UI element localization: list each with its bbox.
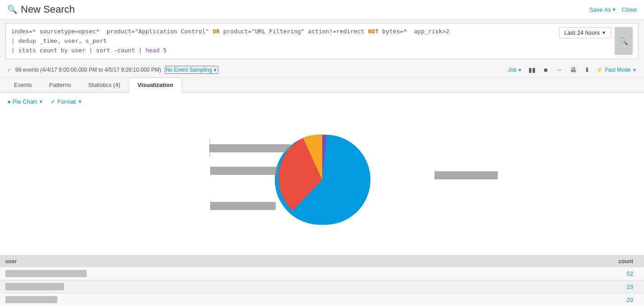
legend-bar-4 bbox=[210, 202, 276, 210]
user-bar-cell-3 bbox=[5, 296, 602, 303]
query-dedup-fields: _time, user, s_port bbox=[40, 37, 107, 44]
format-chevron-icon: ▼ bbox=[78, 99, 82, 104]
checkmark-icon: ✓ bbox=[51, 98, 56, 105]
chart-container bbox=[7, 112, 637, 247]
top-bar-left: 🔍 New Search bbox=[7, 4, 75, 15]
chart-type-button[interactable]: ● Pie Chart ▼ bbox=[7, 98, 43, 105]
legend-right bbox=[435, 171, 435, 180]
query-count: count bbox=[40, 47, 57, 54]
stop-button[interactable]: ■ bbox=[542, 65, 549, 74]
user-bar-2 bbox=[5, 283, 64, 290]
user-bar-1 bbox=[5, 270, 87, 277]
user-bar-3 bbox=[5, 296, 57, 303]
pause-button[interactable]: ▮▮ bbox=[527, 65, 537, 74]
top-bar-right: Save As ▼ Close bbox=[589, 6, 637, 13]
status-right: Job ▼ ▮▮ ■ → 🖶 ⬇ ⚡ Fast Mode ▼ bbox=[508, 65, 637, 74]
share-button[interactable]: → bbox=[554, 65, 564, 74]
data-table: user count 52 23 20 3 bbox=[0, 255, 644, 306]
legend-row-1 bbox=[209, 139, 211, 157]
search-button[interactable]: 🔍 bbox=[615, 27, 633, 55]
legend-left bbox=[209, 139, 211, 210]
query-line3: | stats count by user | sort -count | he… bbox=[11, 46, 556, 55]
query-by: by bbox=[61, 47, 68, 54]
query-line1: index=* sourcetype=opsec* product="Appli… bbox=[11, 27, 556, 37]
job-chevron-icon: ▼ bbox=[518, 68, 522, 73]
table-row[interactable]: 23 bbox=[0, 280, 644, 293]
legend-bar-right bbox=[435, 171, 498, 179]
no-event-sampling-button[interactable]: No Event Sampling ▼ bbox=[165, 66, 218, 74]
lightning-icon: ⚡ bbox=[596, 67, 603, 73]
table-row[interactable]: 20 bbox=[0, 293, 644, 306]
user-bar-cell-2 bbox=[5, 283, 602, 290]
top-bar: 🔍 New Search Save As ▼ Close bbox=[0, 0, 644, 19]
table-header: user count bbox=[0, 256, 644, 267]
viz-toolbar: ● Pie Chart ▼ ✓ Format ▼ bbox=[7, 98, 637, 105]
query-pipe2: | bbox=[11, 47, 15, 54]
tabs-bar: Events Patterns Statistics (4) Visualiza… bbox=[0, 78, 644, 93]
legend-row-2 bbox=[210, 166, 211, 175]
query-head: head bbox=[145, 47, 159, 54]
query-bytes: bytes=* app_risk>2 bbox=[379, 28, 449, 35]
query-or-keyword: OR bbox=[213, 28, 220, 35]
chart-icon: ● bbox=[7, 98, 11, 105]
tab-events[interactable]: Events bbox=[5, 78, 41, 92]
query-head-num: 5 bbox=[163, 47, 167, 54]
job-button[interactable]: Job ▼ bbox=[508, 67, 522, 73]
count-cell-3: 20 bbox=[602, 297, 639, 303]
pie-chart-main bbox=[273, 130, 372, 229]
query-pipe1: | bbox=[11, 37, 15, 44]
tab-patterns[interactable]: Patterns bbox=[41, 78, 79, 92]
print-button[interactable]: 🖶 bbox=[568, 65, 578, 74]
legend-row-4 bbox=[210, 201, 211, 210]
query-line2: | dedup _time, user, s_port bbox=[11, 37, 556, 46]
chart-type-chevron-icon: ▼ bbox=[39, 99, 43, 104]
time-range-chevron-icon: ▼ bbox=[602, 30, 606, 35]
count-cell-2: 23 bbox=[602, 283, 639, 290]
query-user: user | sort -count | bbox=[71, 47, 142, 54]
page-title: New Search bbox=[21, 4, 75, 15]
status-bar: ✓ 98 events (4/4/17 9:00:00.000 PM to 4/… bbox=[0, 63, 644, 78]
time-range-button[interactable]: Last 24 hours ▼ bbox=[559, 27, 611, 38]
query-stats: stats bbox=[19, 47, 36, 54]
count-cell-1: 52 bbox=[602, 270, 639, 277]
format-button[interactable]: ✓ Format ▼ bbox=[51, 98, 82, 105]
save-as-button[interactable]: Save As ▼ bbox=[589, 6, 616, 13]
user-bar-cell-1 bbox=[5, 270, 602, 277]
query-product2: product="URL Filtering" action!=redirect bbox=[220, 28, 368, 35]
tab-statistics[interactable]: Statistics (4) bbox=[79, 78, 129, 92]
check-icon: ✓ bbox=[7, 67, 12, 73]
close-button[interactable]: Close bbox=[622, 6, 637, 13]
export-button[interactable]: ⬇ bbox=[583, 65, 592, 74]
visualization-area: ● Pie Chart ▼ ✓ Format ▼ bbox=[0, 93, 644, 255]
query-not-keyword: NOT bbox=[368, 28, 379, 35]
events-text: 98 events (4/4/17 9:00:00.000 PM to 4/5/… bbox=[15, 67, 161, 73]
sampling-chevron-icon: ▼ bbox=[213, 68, 218, 73]
search-query[interactable]: index=* sourcetype=opsec* product="Appli… bbox=[11, 27, 556, 55]
search-icon: 🔍 bbox=[7, 5, 17, 14]
tab-visualization[interactable]: Visualization bbox=[129, 78, 182, 93]
query-dedup: dedup bbox=[19, 37, 36, 44]
fast-mode-chevron-icon: ▼ bbox=[632, 68, 637, 73]
table-row[interactable]: 52 bbox=[0, 267, 644, 280]
column-header-count: count bbox=[602, 258, 639, 265]
chevron-down-icon: ▼ bbox=[612, 7, 616, 12]
fast-mode-button[interactable]: ⚡ Fast Mode ▼ bbox=[596, 67, 637, 73]
status-left: ✓ 98 events (4/4/17 9:00:00.000 PM to 4/… bbox=[7, 66, 218, 74]
query-index-term: index=* sourcetype=opsec* product="Appli… bbox=[11, 28, 213, 35]
legend-bar-2 bbox=[210, 167, 278, 175]
column-header-user: user bbox=[5, 258, 602, 265]
pie-wrapper bbox=[209, 112, 435, 247]
search-area: index=* sourcetype=opsec* product="Appli… bbox=[5, 23, 639, 59]
